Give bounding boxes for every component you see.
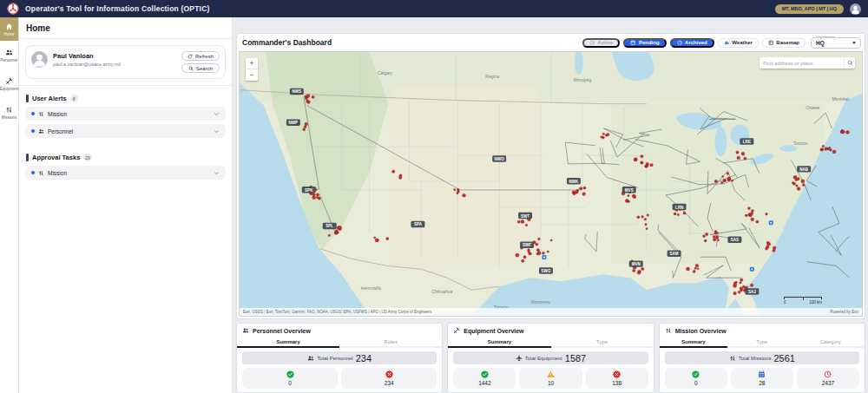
zoom-out-button[interactable]: − bbox=[246, 69, 258, 81]
svg-text:NWO: NWO bbox=[495, 157, 505, 161]
stat-card-ok[interactable]: 0 bbox=[242, 368, 338, 389]
basemap-button[interactable]: Basemap bbox=[762, 38, 806, 48]
stat-card-ok[interactable]: 0 bbox=[665, 368, 727, 389]
district-marker[interactable]: SPL bbox=[323, 223, 337, 229]
user-alerts-title: User Alerts bbox=[32, 95, 67, 102]
user-alerts-count-badge: 8 bbox=[70, 95, 78, 102]
stat-card-scheduled[interactable]: 28 bbox=[731, 368, 793, 389]
weather-pin-icon[interactable] bbox=[750, 267, 754, 272]
unread-dot bbox=[31, 129, 35, 133]
refresh-label: Refresh bbox=[195, 54, 214, 59]
svg-text:SWT: SWT bbox=[521, 214, 529, 219]
stat-card-warning[interactable]: 10 bbox=[519, 368, 582, 389]
stat-value: 1442 bbox=[478, 380, 490, 386]
user-info: Paul Vanloan paul.a.vanloan@usace.army.m… bbox=[53, 51, 176, 67]
weather-pin-icon[interactable] bbox=[769, 220, 773, 225]
district-marker[interactable]: SWT bbox=[518, 213, 532, 219]
tab-summary[interactable]: Summary bbox=[237, 337, 339, 346]
user-email: paul.a.vanloan@usace.army.mil bbox=[53, 62, 176, 67]
tab-summary[interactable]: Summary bbox=[448, 337, 550, 346]
weather-pin-icon[interactable] bbox=[542, 255, 547, 259]
powered-by-esri: Powered by Esri bbox=[830, 310, 858, 314]
tab-type[interactable]: Type bbox=[727, 337, 796, 346]
panel-title: Personnel Overview bbox=[253, 328, 311, 334]
search-icon bbox=[188, 66, 194, 71]
approval-task-row-mission[interactable]: Mission bbox=[25, 166, 226, 180]
stat-card-overdue[interactable]: 2437 bbox=[797, 368, 859, 389]
weather-button[interactable]: Weather bbox=[718, 38, 759, 48]
filter-active-button[interactable]: Active bbox=[582, 38, 621, 48]
route-icon bbox=[729, 355, 736, 362]
user-alert-row-mission[interactable]: Mission bbox=[25, 107, 226, 121]
district-marker[interactable]: NWO bbox=[492, 155, 506, 161]
stat-card-error[interactable]: 234 bbox=[341, 368, 437, 389]
map[interactable]: NWSNWPSPKSPLSPANWONWKSWTSWFSWGMVSMVNLREL… bbox=[239, 51, 863, 317]
district-marker[interactable]: LRE bbox=[740, 138, 753, 144]
clock-history-icon bbox=[824, 370, 832, 378]
panel-tabs: Summary Roles bbox=[237, 337, 442, 348]
stat-card-error[interactable]: 138 bbox=[586, 368, 648, 389]
filter-label: Archived bbox=[685, 40, 707, 45]
filter-label: Active bbox=[597, 40, 613, 45]
map-search-input[interactable] bbox=[760, 61, 844, 66]
district-marker[interactable]: SPA bbox=[411, 221, 424, 227]
district-marker[interactable]: NWS bbox=[290, 88, 304, 95]
district-marker[interactable]: SAJ bbox=[745, 288, 759, 294]
tab-roles[interactable]: Roles bbox=[339, 337, 442, 346]
svg-text:NAB: NAB bbox=[799, 167, 809, 172]
total-label: Total Missions bbox=[739, 356, 772, 361]
map-search-button[interactable] bbox=[844, 57, 855, 69]
caret-down-icon bbox=[852, 42, 856, 44]
sidebar-item-personnel[interactable]: Personnel bbox=[0, 41, 18, 69]
district-marker[interactable]: NWP bbox=[286, 119, 300, 125]
district-marker[interactable]: MVS bbox=[622, 187, 636, 193]
sidebar-item-equipment[interactable]: Equipment bbox=[0, 69, 18, 98]
header-avatar[interactable] bbox=[850, 3, 861, 15]
attribution-text: Esri, USGS | Esri, TomTom, Garmin, FAO, … bbox=[243, 310, 431, 314]
chevron-down-icon[interactable] bbox=[214, 128, 220, 134]
organization-select[interactable]: Organization HQ bbox=[811, 37, 861, 49]
user-alert-row-personnel[interactable]: Personnel bbox=[25, 124, 226, 138]
tab-category[interactable]: Category bbox=[796, 337, 865, 346]
district-marker[interactable]: LRN bbox=[673, 204, 687, 210]
chevron-down-icon[interactable] bbox=[214, 170, 220, 176]
map-canvas[interactable]: NWSNWPSPKSPLSPANWONWKSWTSWFSWGMVSMVNLREL… bbox=[240, 52, 862, 316]
district-marker[interactable]: NWK bbox=[567, 178, 581, 184]
map-attribution: Esri, USGS | Esri, TomTom, Garmin, FAO, … bbox=[240, 308, 862, 316]
filter-label: Pending bbox=[639, 40, 660, 45]
tools-icon bbox=[5, 77, 13, 85]
stat-card-ok[interactable]: 1442 bbox=[453, 368, 516, 389]
city-label: Calgary bbox=[378, 71, 393, 75]
refresh-button[interactable]: Refresh bbox=[181, 51, 220, 61]
sidebar-item-missions[interactable]: Missions bbox=[0, 98, 18, 127]
total-value: 1587 bbox=[565, 353, 586, 364]
svg-text:SPK: SPK bbox=[305, 188, 313, 193]
sidebar-item-home[interactable]: Home bbox=[0, 17, 18, 41]
district-marker[interactable]: SWG bbox=[539, 267, 553, 273]
filter-pending-button[interactable]: Pending bbox=[623, 38, 666, 48]
people-icon bbox=[307, 355, 314, 362]
route-icon bbox=[38, 170, 44, 176]
tab-type[interactable]: Type bbox=[551, 337, 654, 346]
app-title: Operator's Tool for Information Collecti… bbox=[25, 4, 769, 13]
page-title: Home bbox=[19, 17, 232, 39]
search-button[interactable]: Search bbox=[181, 63, 220, 73]
svg-text:SAJ: SAJ bbox=[748, 290, 756, 294]
district-marker[interactable]: NAB bbox=[797, 166, 811, 172]
refresh-icon bbox=[187, 54, 193, 59]
district-marker[interactable]: SPK bbox=[302, 187, 316, 193]
filter-archived-button[interactable]: Archived bbox=[670, 38, 714, 48]
svg-text:SWG: SWG bbox=[542, 269, 551, 273]
mission-overview-panel: Mission Overview Summary Type Category T… bbox=[659, 323, 865, 393]
chevron-down-icon[interactable] bbox=[214, 111, 220, 117]
city-label: Hermosillo bbox=[361, 286, 382, 291]
org-badge: MT, MBO, APO | MT | HQ bbox=[775, 4, 844, 14]
zoom-in-button[interactable]: + bbox=[246, 58, 258, 69]
district-marker[interactable]: SWF bbox=[520, 242, 534, 248]
district-marker[interactable]: SAS bbox=[727, 237, 741, 243]
history-icon bbox=[677, 40, 683, 46]
tab-summary[interactable]: Summary bbox=[660, 337, 728, 346]
district-marker[interactable]: MVN bbox=[629, 260, 643, 266]
x-circle-icon bbox=[613, 370, 621, 378]
district-marker[interactable]: SAM bbox=[667, 250, 681, 256]
